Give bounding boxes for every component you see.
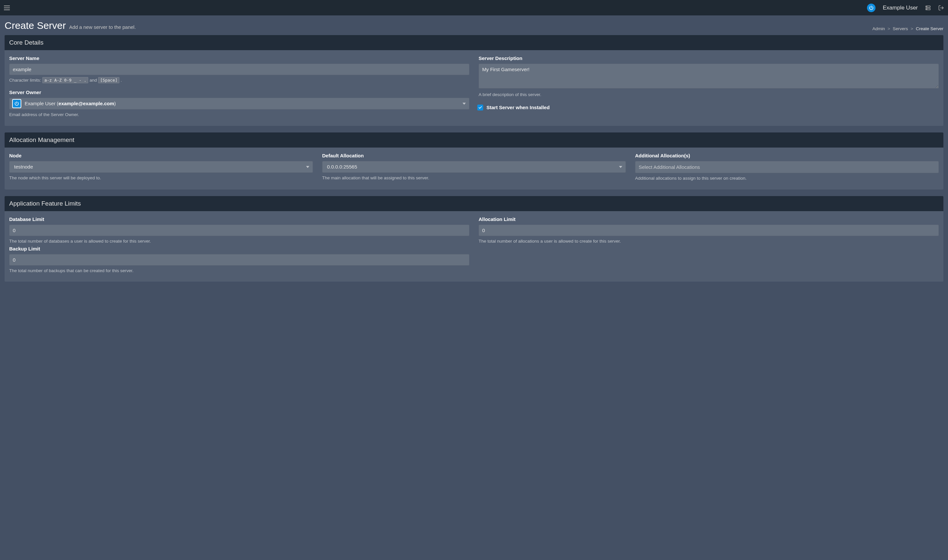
page-title: Create Server	[5, 20, 66, 31]
breadcrumb: Admin > Servers > Create Server	[872, 26, 943, 31]
panel-header: Core Details	[5, 35, 943, 50]
start-installed-label: Start Server when Installed	[487, 105, 550, 110]
page-subtitle: Add a new server to the panel.	[69, 24, 136, 30]
panel-allocation-management: Allocation Management Node testnode The …	[5, 132, 943, 189]
start-installed-checkbox[interactable]	[477, 105, 483, 111]
breadcrumb-admin[interactable]: Admin	[872, 26, 885, 31]
panel-header: Application Feature Limits	[5, 196, 943, 211]
brand-icon	[867, 4, 876, 12]
db-limit-label: Database Limit	[9, 216, 469, 222]
db-limit-input[interactable]	[9, 225, 469, 236]
node-label: Node	[9, 153, 313, 158]
breadcrumb-current: Create Server	[916, 26, 943, 31]
alloc-limit-label: Allocation Limit	[479, 216, 939, 222]
backup-limit-label: Backup Limit	[9, 246, 469, 251]
svg-point-2	[927, 6, 927, 7]
page-header: Create Server Add a new server to the pa…	[5, 20, 943, 31]
node-help: The node which this server will be deplo…	[9, 175, 313, 181]
panel-header: Allocation Management	[5, 132, 943, 148]
server-desc-label: Server Description	[479, 55, 939, 61]
breadcrumb-servers[interactable]: Servers	[893, 26, 908, 31]
backup-limit-input[interactable]	[9, 254, 469, 266]
server-list-icon[interactable]	[925, 5, 931, 11]
breadcrumb-sep: >	[888, 26, 890, 31]
backup-limit-help: The total number of backups that can be …	[9, 268, 469, 274]
additional-alloc-input[interactable]	[635, 161, 939, 173]
default-alloc-label: Default Allocation	[322, 153, 626, 158]
default-alloc-help: The main allocation that will be assigne…	[322, 175, 626, 181]
chevron-down-icon	[619, 166, 622, 168]
server-name-label: Server Name	[9, 55, 469, 61]
server-owner-help: Email address of the Server Owner.	[9, 112, 469, 118]
breadcrumb-sep: >	[911, 26, 913, 31]
server-name-help: Character limits: a-z A-Z 0-9 _ - . and …	[9, 77, 469, 84]
chevron-down-icon	[462, 103, 466, 105]
chevron-down-icon	[306, 166, 309, 168]
avatar-icon	[12, 99, 21, 108]
alloc-limit-help: The total number of allocations a user i…	[479, 238, 939, 245]
server-desc-help: A brief description of this server.	[479, 92, 939, 98]
alloc-limit-input[interactable]	[479, 225, 939, 236]
server-name-input[interactable]	[9, 64, 469, 75]
panel-core-details: Core Details Server Name Character limit…	[5, 35, 943, 126]
node-select[interactable]: testnode	[9, 161, 313, 173]
panel-feature-limits: Application Feature Limits Database Limi…	[5, 196, 943, 282]
server-desc-textarea[interactable]: My First Gameserver!	[479, 64, 939, 89]
owner-value-email: example@example.com	[59, 101, 114, 106]
additional-alloc-help: Additional allocations to assign to this…	[635, 175, 939, 182]
additional-alloc-label: Additional Allocation(s)	[635, 153, 939, 158]
default-alloc-value: 0.0.0.0:25565	[325, 164, 357, 169]
logout-icon[interactable]	[938, 5, 944, 11]
owner-value-prefix: Example User (	[25, 101, 59, 106]
sidebar-toggle[interactable]	[4, 6, 10, 10]
topnav: Example User	[0, 0, 948, 15]
owner-value-suffix: )	[114, 101, 116, 106]
svg-point-3	[927, 9, 927, 9]
user-menu[interactable]: Example User	[883, 5, 918, 11]
server-owner-select[interactable]: Example User (example@example.com)	[9, 98, 469, 109]
db-limit-help: The total number of databases a user is …	[9, 238, 469, 245]
node-value: testnode	[12, 164, 33, 169]
default-alloc-select[interactable]: 0.0.0.0:25565	[322, 161, 626, 173]
server-owner-label: Server Owner	[9, 89, 469, 95]
